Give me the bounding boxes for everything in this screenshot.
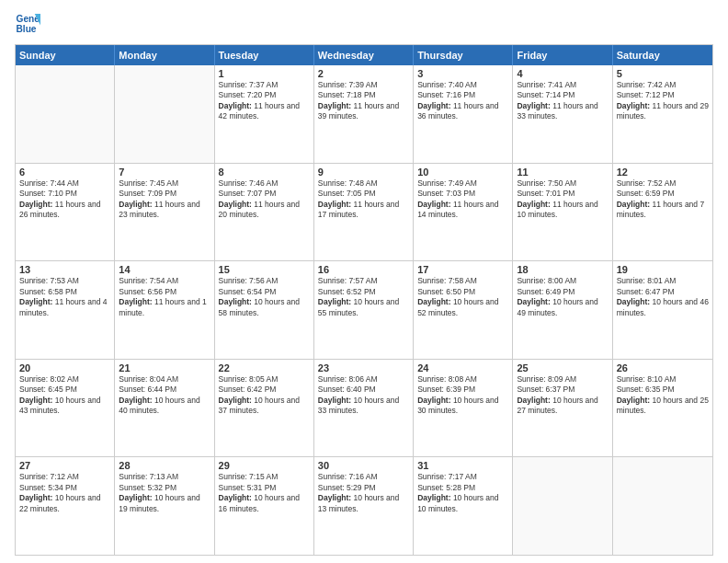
calendar-row-1: 1Sunrise: 7:37 AMSunset: 7:20 PMDaylight… [16,65,712,163]
day-number: 18 [517,264,608,275]
calendar-row-4: 20Sunrise: 8:02 AMSunset: 6:45 PMDayligh… [16,359,712,457]
header-day-sunday: Sunday [16,45,115,65]
cal-cell-3-1: 13Sunrise: 7:53 AMSunset: 6:58 PMDayligh… [16,261,115,359]
cal-cell-2-4: 9Sunrise: 7:48 AMSunset: 7:05 PMDaylight… [314,164,414,261]
day-number: 10 [417,167,508,178]
day-number: 9 [318,167,409,178]
day-number: 1 [219,68,310,79]
day-number: 3 [417,68,508,79]
cal-cell-4-6: 25Sunrise: 8:09 AMSunset: 6:37 PMDayligh… [513,360,612,457]
cal-cell-5-7 [613,457,712,555]
cal-cell-4-5: 24Sunrise: 8:08 AMSunset: 6:39 PMDayligh… [414,360,513,457]
cal-cell-1-5: 3Sunrise: 7:40 AMSunset: 7:16 PMDaylight… [414,65,513,163]
logo: General Blue [15,11,40,37]
cell-info: Sunrise: 7:15 AMSunset: 5:31 PMDaylight:… [219,472,310,514]
cell-info: Sunrise: 7:13 AMSunset: 5:32 PMDaylight:… [119,472,210,514]
day-number: 6 [19,167,110,178]
cell-info: Sunrise: 7:40 AMSunset: 7:16 PMDaylight:… [417,80,508,122]
cell-info: Sunrise: 7:53 AMSunset: 6:58 PMDaylight:… [19,276,110,318]
cal-cell-4-1: 20Sunrise: 8:02 AMSunset: 6:45 PMDayligh… [16,360,115,457]
cal-cell-3-7: 19Sunrise: 8:01 AMSunset: 6:47 PMDayligh… [613,261,712,359]
cal-cell-2-3: 8Sunrise: 7:46 AMSunset: 7:07 PMDaylight… [215,164,314,261]
day-number: 14 [119,264,210,275]
cal-cell-4-3: 22Sunrise: 8:05 AMSunset: 6:42 PMDayligh… [215,360,314,457]
header-day-saturday: Saturday [613,45,712,65]
day-number: 13 [19,264,110,275]
day-number: 22 [219,362,310,373]
cal-cell-2-6: 11Sunrise: 7:50 AMSunset: 7:01 PMDayligh… [513,164,612,261]
cal-cell-1-1 [16,65,115,163]
day-number: 29 [219,460,310,471]
cal-cell-1-3: 1Sunrise: 7:37 AMSunset: 7:20 PMDaylight… [215,65,314,163]
calendar-header: SundayMondayTuesdayWednesdayThursdayFrid… [16,45,712,65]
cell-info: Sunrise: 8:04 AMSunset: 6:44 PMDaylight:… [119,374,210,417]
cal-cell-5-3: 29Sunrise: 7:15 AMSunset: 5:31 PMDayligh… [215,457,314,555]
cal-cell-1-6: 4Sunrise: 7:41 AMSunset: 7:14 PMDaylight… [513,65,612,163]
cell-info: Sunrise: 7:44 AMSunset: 7:10 PMDaylight:… [19,178,110,221]
cell-info: Sunrise: 8:10 AMSunset: 6:35 PMDaylight:… [617,374,709,417]
cal-cell-5-2: 28Sunrise: 7:13 AMSunset: 5:32 PMDayligh… [115,457,214,555]
cal-cell-2-5: 10Sunrise: 7:49 AMSunset: 7:03 PMDayligh… [414,164,513,261]
cell-info: Sunrise: 8:08 AMSunset: 6:39 PMDaylight:… [417,374,508,417]
day-number: 28 [119,460,210,471]
day-number: 4 [517,68,608,79]
cell-info: Sunrise: 7:49 AMSunset: 7:03 PMDaylight:… [417,178,508,221]
header: General Blue [15,11,713,37]
cell-info: Sunrise: 8:09 AMSunset: 6:37 PMDaylight:… [517,374,608,417]
cell-info: Sunrise: 7:45 AMSunset: 7:09 PMDaylight:… [119,178,210,221]
cell-info: Sunrise: 7:50 AMSunset: 7:01 PMDaylight:… [517,178,608,221]
cal-cell-4-4: 23Sunrise: 8:06 AMSunset: 6:40 PMDayligh… [314,360,414,457]
cal-cell-4-7: 26Sunrise: 8:10 AMSunset: 6:35 PMDayligh… [613,360,712,457]
cal-cell-3-5: 17Sunrise: 7:58 AMSunset: 6:50 PMDayligh… [414,261,513,359]
day-number: 24 [417,362,508,373]
logo-icon: General Blue [15,11,40,37]
header-day-tuesday: Tuesday [215,45,314,65]
day-number: 27 [19,460,110,471]
day-number: 31 [417,460,508,471]
day-number: 25 [517,362,608,373]
calendar-body: 1Sunrise: 7:37 AMSunset: 7:20 PMDaylight… [16,65,712,555]
cal-cell-4-2: 21Sunrise: 8:04 AMSunset: 6:44 PMDayligh… [115,360,214,457]
cal-cell-1-2 [115,65,214,163]
cell-info: Sunrise: 7:16 AMSunset: 5:29 PMDaylight:… [318,472,409,514]
day-number: 7 [119,167,210,178]
cal-cell-3-3: 15Sunrise: 7:56 AMSunset: 6:54 PMDayligh… [215,261,314,359]
cell-info: Sunrise: 8:01 AMSunset: 6:47 PMDaylight:… [617,276,709,318]
cell-info: Sunrise: 7:41 AMSunset: 7:14 PMDaylight:… [517,80,608,122]
day-number: 21 [119,362,210,373]
cal-cell-5-1: 27Sunrise: 7:12 AMSunset: 5:34 PMDayligh… [16,457,115,555]
cell-info: Sunrise: 7:39 AMSunset: 7:18 PMDaylight:… [318,80,409,122]
cal-cell-3-4: 16Sunrise: 7:57 AMSunset: 6:52 PMDayligh… [314,261,414,359]
cal-cell-1-7: 5Sunrise: 7:42 AMSunset: 7:12 PMDaylight… [613,65,712,163]
day-number: 12 [617,167,709,178]
cell-info: Sunrise: 7:56 AMSunset: 6:54 PMDaylight:… [219,276,310,318]
cell-info: Sunrise: 7:42 AMSunset: 7:12 PMDaylight:… [617,80,709,122]
cell-info: Sunrise: 8:00 AMSunset: 6:49 PMDaylight:… [517,276,608,318]
calendar: SundayMondayTuesdayWednesdayThursdayFrid… [15,44,713,556]
day-number: 17 [417,264,508,275]
day-number: 23 [318,362,409,373]
day-number: 19 [617,264,709,275]
day-number: 16 [318,264,409,275]
cal-cell-3-6: 18Sunrise: 8:00 AMSunset: 6:49 PMDayligh… [513,261,612,359]
svg-text:Blue: Blue [17,24,37,34]
header-day-wednesday: Wednesday [314,45,414,65]
day-number: 2 [318,68,409,79]
cal-cell-1-4: 2Sunrise: 7:39 AMSunset: 7:18 PMDaylight… [314,65,414,163]
cell-info: Sunrise: 7:48 AMSunset: 7:05 PMDaylight:… [318,178,409,221]
cell-info: Sunrise: 7:17 AMSunset: 5:28 PMDaylight:… [417,472,508,514]
page: General Blue SundayMondayTuesdayWednesda… [0,0,728,563]
cal-cell-3-2: 14Sunrise: 7:54 AMSunset: 6:56 PMDayligh… [115,261,214,359]
calendar-row-2: 6Sunrise: 7:44 AMSunset: 7:10 PMDaylight… [16,163,712,261]
cell-info: Sunrise: 7:52 AMSunset: 6:59 PMDaylight:… [617,178,709,221]
header-day-monday: Monday [115,45,214,65]
cell-info: Sunrise: 7:46 AMSunset: 7:07 PMDaylight:… [219,178,310,221]
day-number: 30 [318,460,409,471]
cal-cell-2-7: 12Sunrise: 7:52 AMSunset: 6:59 PMDayligh… [613,164,712,261]
day-number: 5 [617,68,709,79]
cell-info: Sunrise: 8:05 AMSunset: 6:42 PMDaylight:… [219,374,310,417]
cal-cell-5-4: 30Sunrise: 7:16 AMSunset: 5:29 PMDayligh… [314,457,414,555]
cal-cell-5-5: 31Sunrise: 7:17 AMSunset: 5:28 PMDayligh… [414,457,513,555]
day-number: 15 [219,264,310,275]
day-number: 11 [517,167,608,178]
